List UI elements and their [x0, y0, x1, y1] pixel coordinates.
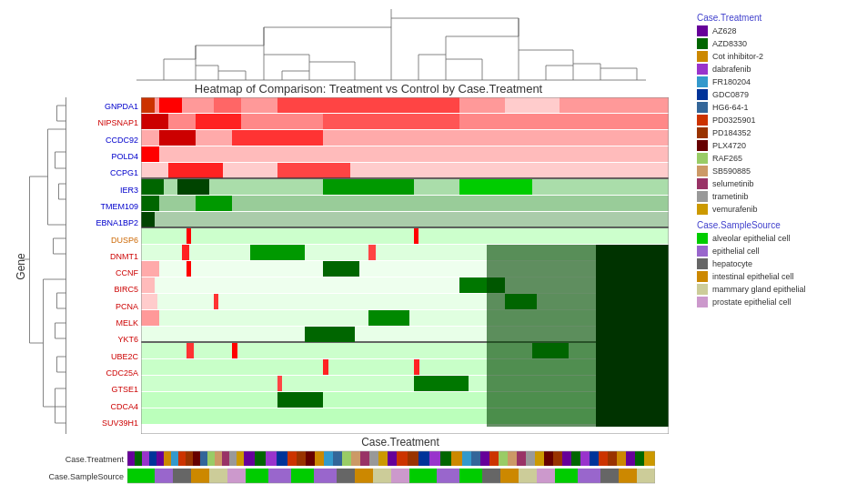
- legend-label: HG6-64-1: [712, 103, 749, 112]
- svg-rect-94: [323, 179, 414, 195]
- legend-label-source: mammary gland epithelial: [712, 285, 806, 294]
- svg-rect-218: [391, 469, 409, 483]
- legend-label: selumetinib: [712, 179, 754, 188]
- svg-rect-153: [186, 451, 193, 466]
- y-axis-label: Gene: [15, 253, 27, 279]
- legend-swatch: [697, 64, 708, 75]
- gene-label-ier3: IER3: [68, 183, 141, 199]
- svg-rect-223: [500, 469, 519, 483]
- svg-rect-79: [141, 114, 168, 129]
- gene-label-pcna: PCNA: [68, 299, 141, 316]
- legend-item-source-hepatocyte: hepatocyte: [697, 258, 842, 269]
- svg-rect-76: [277, 97, 459, 113]
- gene-label-birc5: BIRC5: [68, 283, 141, 299]
- legend-label: AZD8330: [712, 39, 747, 48]
- svg-rect-80: [196, 114, 241, 129]
- svg-rect-191: [535, 451, 544, 466]
- svg-rect-109: [141, 261, 159, 277]
- svg-rect-133: [368, 310, 409, 326]
- svg-rect-215: [337, 469, 355, 483]
- legend-swatch: [697, 166, 708, 176]
- svg-rect-141: [323, 359, 328, 375]
- gene-labels-container: GNPDA1NIPSNAP1CCDC92POLD4CCPG1IER3TMEM10…: [68, 97, 141, 434]
- svg-rect-83: [159, 130, 196, 146]
- svg-rect-195: [571, 451, 580, 466]
- legend-item-trametinib: trametinib: [697, 191, 842, 202]
- legend-item-selumetinib: selumetinib: [697, 178, 842, 189]
- gene-label-ykt6: YKT6: [68, 333, 141, 349]
- legend-swatch: [697, 178, 708, 189]
- svg-rect-155: [200, 451, 207, 466]
- legend-label: PD0325901: [712, 116, 756, 125]
- svg-rect-166: [297, 451, 306, 466]
- legend-label-source: hepatocyte: [712, 259, 752, 268]
- track-labels: Case.Treatment Case.SampleSource: [0, 450, 127, 485]
- legend-label: GDC0879: [712, 90, 749, 99]
- svg-rect-84: [232, 130, 323, 146]
- legend-item-plx4720: PLX4720: [697, 140, 842, 151]
- svg-rect-203: [644, 451, 655, 466]
- svg-rect-170: [333, 451, 342, 466]
- svg-rect-107: [368, 245, 376, 260]
- svg-rect-74: [159, 97, 182, 113]
- svg-rect-104: [414, 228, 418, 244]
- svg-rect-185: [480, 451, 489, 466]
- track-label-treatment: Case.Treatment: [0, 455, 124, 464]
- svg-rect-145: [127, 451, 135, 466]
- svg-rect-159: [229, 451, 237, 466]
- svg-rect-229: [619, 469, 637, 483]
- svg-rect-205: [127, 469, 155, 483]
- svg-rect-156: [207, 451, 215, 466]
- svg-rect-85: [141, 146, 669, 162]
- heatmap-row: Gene: [0, 97, 691, 434]
- legend-item-az628: AZ628: [697, 25, 842, 36]
- track-label-source: Case.SampleSource: [0, 472, 124, 481]
- svg-rect-167: [306, 451, 315, 466]
- svg-rect-216: [355, 469, 373, 483]
- svg-rect-219: [409, 469, 437, 483]
- svg-rect-82: [141, 130, 669, 146]
- gene-label-pold4: POLD4: [68, 149, 141, 166]
- chart-title: Heatmap of Comparison: Treatment vs Cont…: [73, 82, 664, 96]
- legend-swatch-source: [697, 271, 708, 282]
- gene-label-cdc25a: CDC25A: [68, 366, 141, 382]
- svg-rect-176: [388, 451, 397, 466]
- svg-rect-161: [244, 451, 255, 466]
- legend-treatment-title: Case.Treatment: [697, 13, 842, 23]
- gene-label-ccdc92: CCDC92: [68, 133, 141, 149]
- legend-item-source-mammary-gland-epithelial: mammary gland epithelial: [697, 284, 842, 295]
- legend-label-source: prostate epithelial cell: [712, 297, 792, 307]
- legend-swatch: [697, 191, 708, 202]
- legend-label: Cot inhibitor-2: [712, 52, 763, 61]
- legend-label: trametinib: [712, 192, 749, 201]
- treatment-legend: AZ628 AZD8330 Cot inhibitor-2 dabrafenib…: [697, 25, 842, 215]
- svg-rect-136: [414, 376, 469, 391]
- legend-item-vemurafenib: vemurafenib: [697, 204, 842, 215]
- svg-rect-117: [141, 310, 159, 326]
- svg-rect-179: [418, 451, 429, 466]
- svg-rect-165: [287, 451, 297, 466]
- legend-swatch-source: [697, 297, 708, 307]
- gene-label-gnpda1: GNPDA1: [68, 99, 141, 116]
- svg-rect-172: [351, 451, 360, 466]
- gene-label-ube2c: UBE2C: [68, 349, 141, 366]
- legend-label-source: epithelial cell: [712, 247, 760, 256]
- svg-rect-181: [440, 451, 451, 466]
- legend-item-sb590885: SB590885: [697, 166, 842, 176]
- svg-rect-194: [562, 451, 571, 466]
- svg-rect-214: [314, 469, 337, 483]
- gene-label-ccpg1: CCPG1: [68, 166, 141, 183]
- svg-rect-106: [182, 245, 189, 260]
- main-container: Heatmap of Comparison: Treatment vs Cont…: [0, 0, 847, 504]
- legend-item-source-intestinal-epithelial-cell: intestinal epithelial cell: [697, 271, 842, 282]
- gene-label-gtse1: GTSE1: [68, 382, 141, 398]
- svg-rect-199: [608, 451, 617, 466]
- legend-swatch: [697, 51, 708, 62]
- svg-rect-95: [459, 179, 532, 195]
- svg-rect-142: [277, 376, 282, 391]
- svg-rect-147: [142, 451, 149, 466]
- legend-label: AZ628: [712, 26, 737, 35]
- legend-swatch-source: [697, 258, 708, 269]
- legend-item-gdc0879: GDC0879: [697, 89, 842, 100]
- track-bars-svg: [127, 450, 655, 485]
